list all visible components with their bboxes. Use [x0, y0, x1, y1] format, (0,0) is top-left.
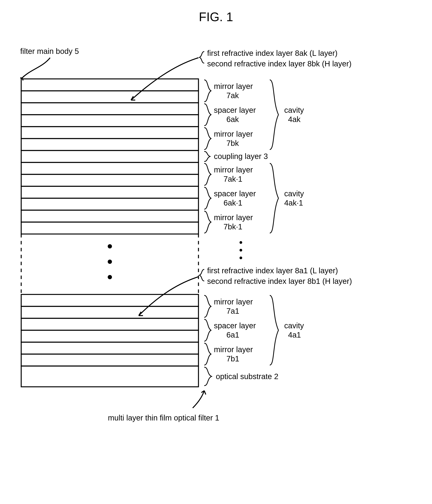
c3-mirror-top: mirror layer: [214, 297, 253, 306]
brace: [204, 104, 211, 126]
c2-spacer: spacer layer: [214, 189, 256, 198]
c1-spacer-id: 6ak: [226, 115, 239, 124]
ellipsis-dot: [108, 260, 112, 264]
c1-mirror-bot: mirror layer: [214, 130, 253, 138]
legend-top-1: first refractive index layer 8ak (L laye…: [207, 49, 338, 57]
c3-spacer: spacer layer: [214, 321, 256, 330]
ellipsis-dot: [240, 249, 242, 252]
c2-mirror-bot-id: 7bk·1: [224, 223, 242, 231]
brace: [204, 152, 210, 162]
svg-rect-10: [21, 210, 198, 222]
c1-mirror-bot-id: 7bk: [226, 139, 239, 147]
brace: [204, 163, 211, 185]
legend-top-2: second refractive index layer 8bk (H lay…: [207, 59, 351, 68]
svg-rect-4: [21, 127, 198, 139]
brace: [204, 367, 212, 386]
legend-bot-arrow: [139, 277, 198, 315]
svg-rect-3: [21, 115, 198, 127]
c3-mirror-top-id: 7a1: [226, 307, 239, 315]
diagram: FIG. 1 filter main body 5 first refracti…: [0, 0, 432, 504]
coupling-label: coupling layer 3: [214, 152, 268, 161]
legend-bot-1: first refractive index layer 8a1 (L laye…: [207, 266, 338, 275]
svg-rect-2: [21, 103, 198, 115]
svg-rect-5: [21, 139, 198, 151]
filter-body-label: filter main body 5: [20, 47, 79, 55]
svg-rect-0: [21, 79, 198, 91]
cavity-4ak1: [21, 162, 198, 234]
brace: [204, 343, 211, 365]
bottom-label: multi layer thin film optical filter 1: [108, 414, 219, 422]
svg-rect-15: [21, 330, 198, 342]
filter-body-pointer: [22, 58, 50, 78]
bottom-pointer: [193, 391, 204, 408]
svg-rect-14: [21, 318, 198, 330]
legend-bot-2: second refractive index layer 8b1 (H lay…: [207, 277, 352, 285]
c1-spacer: spacer layer: [214, 106, 256, 114]
brace-outer: [270, 80, 278, 150]
c1-mirror-top: mirror layer: [214, 82, 253, 90]
svg-rect-11: [21, 222, 198, 234]
legend-top-brace: [199, 52, 204, 63]
svg-rect-17: [21, 354, 198, 366]
brace: [204, 187, 211, 209]
brace-outer: [270, 295, 278, 365]
ellipsis-dot: [240, 257, 242, 259]
c3-cavity: cavity: [284, 321, 304, 330]
ellipsis-dot: [240, 241, 242, 244]
ellipsis-dot: [108, 275, 112, 279]
brace: [204, 295, 211, 317]
coupling-layer: [21, 151, 198, 162]
cavity-4ak: [21, 79, 198, 151]
c2-mirror-top-id: 7ak·1: [224, 175, 242, 183]
c3-mirror-bot-id: 7b1: [226, 354, 239, 363]
brace-outer: [270, 163, 278, 233]
svg-rect-12: [21, 294, 198, 306]
ellipsis-dot: [108, 244, 112, 248]
c2-spacer-id: 6ak·1: [224, 198, 242, 207]
c2-cavity-id: 4ak·1: [284, 198, 303, 207]
svg-rect-1: [21, 91, 198, 103]
c1-mirror-top-id: 7ak: [226, 91, 239, 100]
cavity-4a1: [21, 294, 198, 366]
c1-cavity: cavity: [284, 106, 304, 114]
c2-mirror-top: mirror layer: [214, 165, 253, 174]
brace: [204, 211, 211, 233]
svg-rect-6: [21, 162, 198, 174]
brace: [204, 128, 211, 150]
c1-cavity-id: 4ak: [288, 115, 301, 124]
svg-rect-8: [21, 186, 198, 198]
c2-cavity: cavity: [284, 189, 304, 198]
svg-rect-13: [21, 306, 198, 318]
brace: [204, 319, 211, 341]
c3-mirror-bot: mirror layer: [214, 345, 253, 354]
svg-rect-9: [21, 198, 198, 210]
c2-mirror-bot: mirror layer: [214, 213, 253, 222]
figure-title: FIG. 1: [199, 10, 233, 24]
substrate-label: optical substrate 2: [216, 372, 278, 381]
c3-spacer-id: 6a1: [226, 331, 239, 339]
c3-cavity-id: 4a1: [288, 331, 301, 339]
svg-rect-7: [21, 174, 198, 186]
legend-bot-brace: [199, 270, 204, 281]
brace: [204, 80, 211, 102]
svg-rect-16: [21, 342, 198, 354]
arrowhead: [204, 391, 206, 395]
optical-substrate: [21, 366, 198, 387]
